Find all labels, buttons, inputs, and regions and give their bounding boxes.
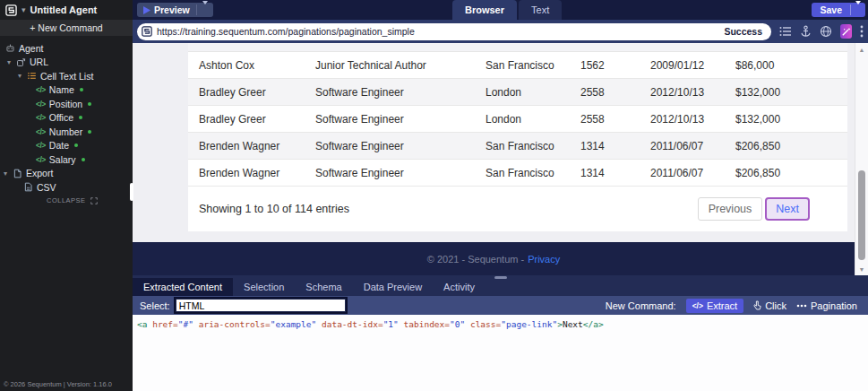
expand-arrow-icon[interactable]: ▾ [5,58,13,66]
tree-item-office[interactable]: </>Office [0,111,133,126]
select-input[interactable] [176,299,346,312]
next-button[interactable]: Next [765,197,810,221]
kebab-menu-icon[interactable] [860,25,864,38]
table-cell: 2012/10/13 [640,113,725,126]
table-cell: 1314 [570,167,640,179]
code-icon: </> [36,155,46,164]
list-command-icon [27,71,37,81]
previous-button[interactable]: Previous [698,197,763,221]
table-cell: 2558 [570,113,640,126]
chevron-down-icon[interactable]: ▾ [21,6,26,14]
table-cell: Software Engineer [305,140,475,152]
tree-item-url[interactable]: ▾ URL [0,56,133,70]
table-cell: 1314 [570,140,640,152]
extract-button[interactable]: </> Extract [686,299,744,313]
collapse-button[interactable]: COLLAPSE [0,195,133,207]
anchor-icon[interactable] [800,25,812,38]
status-dot [80,88,83,91]
url-field[interactable]: https://training.sequentum.com/paginatio… [137,23,771,40]
save-dropdown-arrow[interactable] [851,4,865,15]
panel-resize-grip[interactable] [494,276,507,279]
magic-wand-icon[interactable] [840,24,852,39]
url-text[interactable]: https://training.sequentum.com/paginatio… [157,26,719,37]
table-cell: San Francisco [475,140,570,152]
code-icon: </> [36,141,46,150]
click-button[interactable]: Click [753,300,786,311]
vertical-scrollbar[interactable]: ▲ ▼ [855,43,868,275]
table-row: Bradley GreerSoftware EngineerLondon2558… [188,106,847,133]
csv-file-icon [23,182,33,192]
partial-table-row [188,43,847,52]
table-cell: San Francisco [475,59,570,72]
preview-dropdown-arrow[interactable] [197,4,213,15]
tree-item-name[interactable]: </>Name [0,83,133,98]
scrollbar-thumb[interactable] [858,170,865,260]
table-cell: $206,850 [725,140,847,152]
pagination-area: Showing 1 to 10 of 114 entries Previous … [188,187,847,230]
scroll-up-arrow[interactable]: ▲ [855,43,868,56]
save-button[interactable]: Save [812,3,865,17]
table-row: Ashton CoxJunior Technical AuthorSan Fra… [188,52,847,79]
tree-item-date[interactable]: </>Date [0,139,133,153]
tab-selection[interactable]: Selection [233,278,295,296]
new-command-button[interactable]: + New Command [0,20,133,36]
tree-fields: </>Name</>Position</>Office</>Number</>D… [0,83,133,167]
tree-item-export[interactable]: ▾ Export [0,167,133,181]
code-icon: </> [36,100,46,109]
privacy-link[interactable]: Privacy [528,254,560,265]
status-dot [79,116,82,119]
table-cell: Bradley Greer [188,113,305,126]
table-row: Brenden WagnerSoftware EngineerSan Franc… [188,160,847,187]
tree-item-number[interactable]: </>Number [0,125,133,139]
table-cell: Junior Technical Author [305,59,475,72]
preview-button[interactable]: Preview [137,3,213,17]
tree-item-cell-text-list[interactable]: ▾ Cell Text List [0,69,133,83]
tree-item-csv[interactable]: CSV [0,180,133,195]
select-label: Select: [140,300,170,311]
table-cell: Brenden Wagner [188,167,305,179]
expand-arrow-icon[interactable]: ▾ [2,169,9,178]
tab-activity[interactable]: Activity [433,278,486,296]
scroll-down-arrow[interactable]: ▼ [855,263,868,275]
external-link-icon [16,57,26,67]
table-cell: $132,000 [725,113,847,126]
table-cell: 2012/10/13 [640,86,725,99]
table-row: Bradley GreerSoftware EngineerLondon2558… [188,79,847,106]
version-text: © 2026 Sequentum | Version: 1.16.0 [4,380,112,388]
table-cell: Ashton Cox [188,59,305,72]
browser-address-bar: https://training.sequentum.com/paginatio… [133,20,868,43]
table-cell: $206,850 [725,167,847,179]
list-icon[interactable] [779,26,792,37]
selection-toolbar: Select: New Command: </> Extract Click P… [133,296,868,315]
ellipsis-icon [796,304,807,308]
globe-icon[interactable] [820,25,832,38]
table-cell: Brenden Wagner [188,140,305,152]
collapse-corners-icon [90,197,98,204]
pagination-button[interactable]: Pagination [796,300,857,311]
sidebar-splitter-handle[interactable] [130,183,133,201]
robot-icon [5,43,15,53]
code-icon: </> [36,85,46,94]
table-cell: Software Engineer [305,167,475,179]
tree-item-position[interactable]: </>Position [0,97,133,111]
table-cell: Bradley Greer [188,86,305,99]
extracted-content-panel: <a href="#" aria-controls="example" data… [133,315,868,391]
tree-item-agent[interactable]: Agent [0,41,133,56]
tab-text[interactable]: Text [519,0,562,20]
tab-data-preview[interactable]: Data Preview [353,278,433,296]
entries-summary: Showing 1 to 10 of 114 entries [199,203,349,215]
tab-browser[interactable]: Browser [452,0,517,20]
table-cell: 2011/06/07 [640,140,725,152]
tab-schema[interactable]: Schema [295,278,352,296]
tree-item-salary[interactable]: </>Salary [0,152,133,167]
expand-arrow-icon[interactable]: ▾ [16,72,23,80]
code-icon: </> [36,113,46,122]
table-row: Brenden WagnerSoftware EngineerSan Franc… [188,133,847,160]
new-command-label: New Command: [606,300,676,311]
table-cell: Software Engineer [305,86,475,99]
export-icon [13,169,22,178]
tab-extracted-content[interactable]: Extracted Content [133,278,233,296]
agent-header: ▾ Untitled Agent [0,0,133,20]
code-line[interactable]: <a href="#" aria-controls="example" data… [133,315,868,334]
browser-viewport: Ashton CoxJunior Technical AuthorSan Fra… [133,43,868,275]
